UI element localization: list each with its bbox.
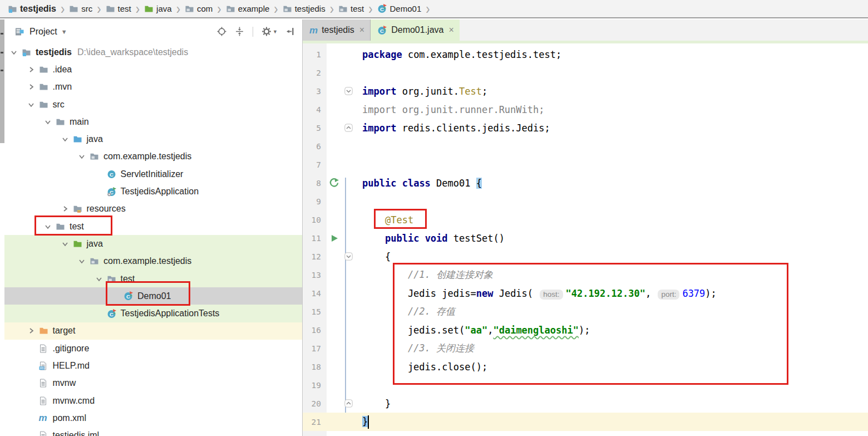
code-text: public class Demo01 { (356, 178, 482, 189)
tree-item-.gitignore[interactable]: .gitignore (4, 340, 302, 357)
fold-marker-icon[interactable] (342, 124, 356, 132)
tool-window-stripe[interactable] (0, 19, 4, 143)
tree-item-test[interactable]: test (4, 270, 302, 287)
breadcrumb-item-com[interactable]: com (185, 4, 213, 13)
editor-tab-Demo01.java[interactable]: CDemo01.java× (371, 19, 460, 41)
fold-marker-icon[interactable] (342, 87, 356, 95)
chevron-down-icon[interactable]: ▼ (61, 28, 67, 35)
code-line-19[interactable]: 19 (303, 376, 868, 394)
close-icon[interactable]: × (448, 25, 453, 35)
editor-tab-testjedis[interactable]: mtestjedis× (303, 19, 371, 41)
tree-item-test[interactable]: test (4, 218, 302, 235)
chevron-down-icon[interactable] (27, 101, 35, 109)
code-line-17[interactable]: 17 //3. 关闭连接 (303, 339, 868, 357)
breadcrumb-item-example[interactable]: example (226, 4, 270, 13)
tree-item-com.example.testjedis[interactable]: com.example.testjedis (4, 253, 302, 270)
tree-item-Demo01[interactable]: CDemo01 (4, 287, 302, 305)
chevron-right-icon[interactable] (27, 327, 35, 335)
tree-item-com.example.testjedis[interactable]: com.example.testjedis (4, 148, 302, 165)
code-line-10[interactable]: 10 @Test (303, 210, 868, 229)
code-line-16[interactable]: 16 jedis.set("aa","daimenglaoshi"); (303, 321, 868, 339)
code-line-6[interactable]: 6 (303, 137, 868, 155)
run-test-icon[interactable] (327, 234, 342, 243)
stripe-tick (1, 52, 3, 53)
code-line-21[interactable]: 21} (303, 413, 868, 431)
collapse-all-button[interactable] (235, 27, 244, 36)
code-line-18[interactable]: 18 jedis.close(); (303, 357, 868, 376)
tree-item-mvnw.cmd[interactable]: mvnw.cmd (4, 392, 302, 409)
folder-icon (106, 4, 115, 13)
code-line-3[interactable]: 3import org.junit.Test; (303, 82, 868, 100)
chevron-down-icon[interactable] (78, 153, 86, 160)
chevron-down-icon[interactable] (78, 257, 86, 265)
tree-item-TestjedisApplication[interactable]: CTestjedisApplication (4, 183, 302, 200)
md-file-icon: MD (39, 361, 50, 370)
code-line-9[interactable]: 9 (303, 192, 868, 210)
tree-item-HELP.md[interactable]: MDHELP.md (4, 357, 302, 374)
tree-item-main[interactable]: main (4, 113, 302, 130)
chevron-right-icon[interactable] (27, 83, 35, 91)
tree-item-resources[interactable]: resources (4, 200, 302, 218)
code-line-8[interactable]: 8public class Demo01 { (303, 174, 868, 192)
breadcrumb-item-java[interactable]: java (144, 4, 172, 13)
code-line-20[interactable]: 20 } (303, 394, 868, 413)
breadcrumb-item-src[interactable]: src (69, 4, 92, 13)
tree-item-mvnw[interactable]: mvnw (4, 375, 302, 392)
code-line-2[interactable]: 2 (303, 63, 868, 82)
code-line-1[interactable]: 1package com.example.testjedis.test; (303, 45, 868, 63)
code-lines: 1package com.example.testjedis.test;23im… (303, 43, 868, 431)
breadcrumb-label: testjedis (295, 4, 326, 13)
class-test-icon: C (124, 291, 134, 301)
tree-item-testjedis.iml[interactable]: testjedis.iml (4, 427, 302, 436)
locate-button[interactable] (217, 27, 226, 36)
tree-item-src[interactable]: src (4, 96, 302, 113)
tree-item-label: .mvn (53, 82, 72, 92)
code-line-5[interactable]: 5import redis.clients.jedis.Jedis; (303, 119, 868, 137)
breadcrumb-separator-icon: › (97, 1, 101, 17)
code-line-15[interactable]: 15 //2. 存值 (303, 302, 868, 321)
breadcrumb-separator-icon: › (274, 1, 278, 17)
code-line-4[interactable]: 4import org.junit.runner.RunWith; (303, 100, 868, 119)
fold-marker-icon[interactable] (342, 399, 356, 408)
folder-icon (39, 100, 50, 109)
settings-button[interactable]: ▼ (262, 27, 278, 36)
tree-item-java[interactable]: java (4, 235, 302, 252)
tree-item-testjedis[interactable]: testjedisD:\idea_warkspace\testjedis (4, 43, 302, 61)
chevron-down-icon[interactable] (61, 135, 69, 143)
close-icon[interactable]: × (359, 25, 364, 35)
chevron-down-icon[interactable] (10, 48, 18, 56)
breadcrumb-item-test[interactable]: test (338, 4, 364, 13)
tree-item-TestjedisApplicationTests[interactable]: CTestjedisApplicationTests (4, 305, 302, 322)
tree-item-pom.xml[interactable]: mpom.xml (4, 409, 302, 427)
breadcrumb-item-test[interactable]: test (106, 4, 131, 13)
tree-item-java[interactable]: java (4, 130, 302, 148)
code-line-12[interactable]: 12 { (303, 247, 868, 266)
chevron-down-icon[interactable] (44, 223, 52, 231)
stripe-tick (1, 33, 3, 35)
code-line-11[interactable]: 11 public void testSet() (303, 229, 868, 247)
breadcrumb-item-testjedis[interactable]: testjedis (283, 4, 326, 13)
chevron-spacer (27, 432, 35, 436)
tree-item-target[interactable]: target (4, 322, 302, 340)
breadcrumb-separator-icon: › (426, 1, 430, 17)
code-line-13[interactable]: 13 //1. 创建连接对象 (303, 266, 868, 284)
tree-item-.idea[interactable]: .idea (4, 61, 302, 78)
hide-button[interactable] (286, 27, 295, 36)
resources-folder-icon (73, 204, 83, 213)
chevron-down-icon[interactable] (61, 240, 69, 248)
code-line-14[interactable]: 14 Jedis jedis=new Jedis( host:"42.192.1… (303, 284, 868, 302)
code-line-7[interactable]: 7 (303, 155, 868, 174)
chevron-right-icon[interactable] (61, 205, 69, 213)
tree-item-ServletInitializer[interactable]: CServletInitializer (4, 165, 302, 183)
package-folder-icon (90, 152, 100, 161)
breadcrumb-item-testjedis[interactable]: testjedis (8, 4, 56, 14)
chevron-down-icon[interactable] (95, 275, 103, 283)
package-folder-icon (90, 257, 100, 266)
fold-marker-icon[interactable] (342, 252, 356, 261)
chevron-right-icon[interactable] (27, 66, 35, 74)
code-area[interactable]: 1package com.example.testjedis.test;23im… (303, 43, 868, 436)
breadcrumb-item-Demo01[interactable]: CDemo01 (377, 4, 422, 13)
chevron-down-icon[interactable] (44, 118, 52, 126)
run-class-icon[interactable] (327, 178, 342, 188)
tree-item-.mvn[interactable]: .mvn (4, 79, 302, 96)
